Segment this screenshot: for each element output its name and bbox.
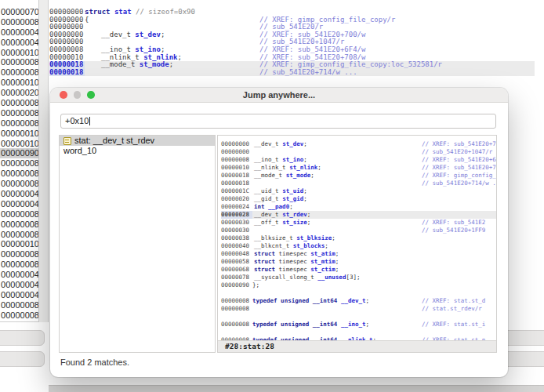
- listing-line[interactable]: 00000008// stat.st_rdev/r: [221, 305, 496, 313]
- zoom-button[interactable]: [87, 91, 95, 99]
- offset-row[interactable]: 00000008: [0, 310, 38, 321]
- preview-pane[interactable]: 00000000__dev_t st_dev;// XREF: sub_541E…: [217, 135, 497, 353]
- listing-line[interactable]: 00000090};: [221, 281, 496, 289]
- structures-listing[interactable]: 00000000struct stat // sizeof=0x90000000…: [49, 0, 535, 88]
- screen: 0000007000000008000000040000000400000010…: [0, 0, 544, 392]
- offset-row[interactable]: 00000004: [0, 290, 38, 300]
- offset-row[interactable]: 00000008: [0, 260, 38, 270]
- listing-line[interactable]: 00000008typedef unsigned __int64 __dev_t…: [221, 297, 496, 305]
- offset-row[interactable]: 00000008: [0, 209, 38, 220]
- offset-row[interactable]: 00000010: [0, 239, 38, 249]
- offset-row[interactable]: 00000004: [0, 280, 38, 290]
- background-panel-edge: [0, 330, 45, 346]
- offset-row[interactable]: 00000020: [0, 88, 38, 98]
- result-item[interactable]: word_10: [60, 146, 215, 156]
- listing-line[interactable]: 00000078__syscall_slong_t __unused[3];: [221, 274, 496, 281]
- listing-line[interactable]: 00000010__nlink_t st_nlink;// XREF: sub_…: [221, 164, 496, 172]
- listing-line[interactable]: 00000038__blksize_t st_blksize;: [221, 234, 496, 242]
- offset-row[interactable]: 00000008: [0, 300, 38, 310]
- struct-icon: [63, 137, 71, 145]
- listing-line[interactable]: 00000000// sub_541E20+1047/r: [221, 148, 496, 156]
- offset-row[interactable]: 00000004: [0, 199, 38, 209]
- listing-line[interactable]: 00000018__mode_t st_mode;// XREF: gimp_c…: [221, 172, 496, 180]
- listing-line[interactable]: [221, 313, 496, 321]
- result-label: stat: __dev_t st_rdev: [74, 136, 154, 146]
- offset-row[interactable]: 00000008: [0, 179, 38, 189]
- struct-offsets-panel[interactable]: 0000007000000008000000040000000400000010…: [0, 0, 39, 322]
- window-bottom-bar: [49, 385, 544, 392]
- listing-line[interactable]: 00000000__dev_t st_dev;// XREF: sub_541E…: [221, 140, 496, 148]
- preview-status: #28:stat:28: [218, 340, 496, 352]
- result-label: word_10: [63, 146, 96, 156]
- listing-line[interactable]: 00000028__dev_t st_rdev;: [221, 211, 496, 219]
- listing-line[interactable]: 00000024int __pad0;: [221, 203, 496, 211]
- offset-row[interactable]: 00000010: [0, 129, 38, 139]
- search-input[interactable]: +0x10: [60, 114, 496, 129]
- traffic-lights: [60, 91, 95, 99]
- offset-row[interactable]: 00000004: [0, 189, 38, 199]
- listing-line[interactable]: 0000001C__uid_t st_uid;: [221, 187, 496, 195]
- offset-row[interactable]: 00000008: [0, 67, 38, 78]
- offset-row[interactable]: 00000010: [0, 48, 38, 58]
- listing-line[interactable]: [221, 328, 496, 336]
- offset-row[interactable]: 00000008: [0, 249, 38, 260]
- close-button[interactable]: [60, 91, 67, 99]
- offsets-scrollbar[interactable]: [39, 0, 49, 322]
- match-count: Found 2 matches.: [60, 358, 129, 367]
- result-item[interactable]: stat: __dev_t st_rdev: [60, 136, 215, 146]
- listing-line[interactable]: 00000030__off_t st_size;// XREF: sub_541…: [221, 219, 496, 227]
- listing-line[interactable]: 00000020__gid_t st_gid;: [221, 195, 496, 203]
- offset-row[interactable]: 00000004: [0, 270, 38, 280]
- offset-row[interactable]: 00000008: [0, 169, 38, 179]
- listing-line[interactable]: 00000030// sub_541E20+1FF9: [221, 227, 496, 234]
- offset-row[interactable]: 00000008: [0, 57, 38, 67]
- listing-line[interactable]: 00000018// sub_541E20+714/w ...: [49, 69, 535, 77]
- offset-row[interactable]: 00000008: [0, 230, 38, 240]
- offset-row[interactable]: 00000070: [0, 7, 38, 17]
- minimize-button[interactable]: [74, 91, 82, 99]
- offset-row[interactable]: 00000090: [0, 148, 38, 158]
- listing-line[interactable]: 00000058struct timespec st_mtim;: [221, 258, 496, 266]
- search-value: +0x10: [65, 116, 89, 125]
- offset-row[interactable]: 00000008: [0, 17, 38, 27]
- listing-line[interactable]: 00000068struct timespec st_ctim;: [221, 266, 496, 274]
- listing-line[interactable]: 00000008typedef unsigned __int64 __ino_t…: [221, 321, 496, 328]
- offset-row[interactable]: 00000008: [0, 220, 38, 230]
- background-panel-edge: [0, 351, 45, 367]
- listing-line[interactable]: 00000048struct timespec st_atim;: [221, 250, 496, 258]
- offset-row[interactable]: 00000010: [0, 139, 38, 149]
- offset-row[interactable]: 00000004: [0, 27, 38, 38]
- offset-row[interactable]: 00000004: [0, 38, 38, 48]
- offset-row[interactable]: 00000008: [0, 158, 38, 169]
- offset-row[interactable]: 00000010: [0, 78, 38, 88]
- results-list[interactable]: stat: __dev_t st_rdevword_10: [59, 135, 216, 353]
- offset-row[interactable]: 00000008: [0, 118, 38, 129]
- listing-line[interactable]: 00000018// sub_541E20+714/w ...: [221, 180, 496, 187]
- dialog-title: Jump anywhere...: [50, 88, 508, 102]
- listing-line[interactable]: [221, 289, 496, 297]
- jump-anywhere-dialog: Jump anywhere... +0x10 stat: __dev_t st_…: [50, 88, 508, 377]
- offset-row[interactable]: 00000008: [0, 98, 38, 108]
- offset-row[interactable]: 00000008: [0, 108, 38, 118]
- text-caret: [89, 117, 90, 125]
- listing-line[interactable]: 00000008__ino_t st_ino;// XREF: sub_541E…: [221, 156, 496, 164]
- listing-line[interactable]: 00000040__blkcnt_t st_blocks;: [221, 242, 496, 250]
- dialog-titlebar: Jump anywhere...: [50, 88, 508, 103]
